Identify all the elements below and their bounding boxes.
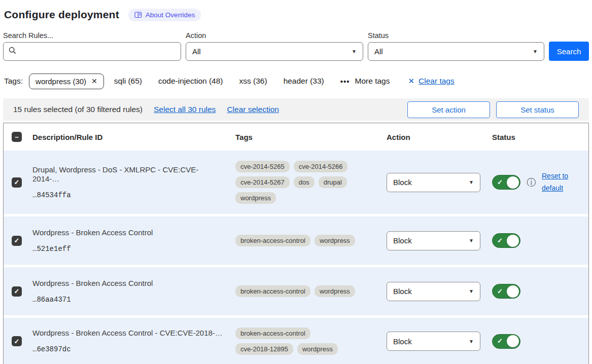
rule-tag: wordpress <box>297 343 338 355</box>
search-icon <box>9 47 16 56</box>
rule-status-toggle[interactable]: ✓ <box>492 334 520 349</box>
rule-action-select[interactable]: Block ▼ <box>387 173 480 192</box>
rule-action-value: Block <box>393 337 412 346</box>
table-row: ✓ Wordpress - Broken Access Control - CV… <box>4 318 588 364</box>
rule-description: Wordpress - Broken Access Control <box>32 228 153 237</box>
rules-table: − Description/Rule ID Tags Action Status… <box>3 123 589 364</box>
table-row: ✓ Wordpress - Broken Access Control …521… <box>4 216 588 265</box>
select-all-checkbox[interactable]: − <box>12 132 22 142</box>
reset-to-default-link[interactable]: Reset to default <box>542 170 573 194</box>
search-rules-label: Search Rules... <box>3 31 181 40</box>
table-header-row: − Description/Rule ID Tags Action Status <box>4 123 588 151</box>
status-filter-value: All <box>374 47 383 56</box>
close-icon: ✕ <box>408 77 414 86</box>
indeterminate-icon: − <box>15 133 19 141</box>
selected-tag-label: wordpress (30) <box>36 77 86 86</box>
chevron-down-icon: ▼ <box>469 339 474 344</box>
row-checkbox[interactable]: ✓ <box>12 336 22 346</box>
rule-tag: cve-2018-12895 <box>235 343 293 355</box>
rule-status-toggle[interactable]: ✓ <box>492 233 520 248</box>
selected-tag-wordpress[interactable]: wordpress (30) ✕ <box>29 74 104 89</box>
more-tags-label: More tags <box>355 77 390 86</box>
rule-tag: broken-access-control <box>235 327 310 339</box>
status-filter-label: Status <box>368 31 544 40</box>
search-rules-box <box>3 42 181 61</box>
check-icon: ✓ <box>497 287 503 295</box>
search-rules-input[interactable] <box>20 47 176 56</box>
clear-tags-label[interactable]: Clear tags <box>419 77 455 86</box>
toggle-knob <box>507 285 519 298</box>
rule-id: …6e3897dc <box>32 345 223 354</box>
rule-description: Wordpress - Broken Access Control - CVE:… <box>32 329 223 338</box>
rule-status-toggle[interactable]: ✓ <box>492 284 520 299</box>
chevron-down-icon: ▼ <box>533 49 538 54</box>
rule-action-value: Block <box>393 287 412 296</box>
rule-id: …521e1eff <box>32 245 153 253</box>
set-action-button[interactable]: Set action <box>407 101 490 118</box>
column-header-status: Status <box>488 133 588 141</box>
check-icon: ✓ <box>14 287 20 295</box>
table-row: ✓ Wordpress - Broken Access Control …86a… <box>4 267 588 315</box>
rule-id: …86aa4371 <box>32 296 153 304</box>
status-filter-select[interactable]: All ▼ <box>368 42 544 61</box>
page-header: Configure deployment About Overrides <box>4 6 589 23</box>
search-button[interactable]: Search <box>549 42 589 61</box>
clear-selection-link[interactable]: Clear selection <box>227 105 279 114</box>
toggle-knob <box>507 235 519 247</box>
tag-list: sqli (65) code-injection (48) xss (36) h… <box>114 77 324 86</box>
row-checkbox[interactable]: ✓ <box>12 236 22 246</box>
about-overrides-badge[interactable]: About Overrides <box>128 9 201 21</box>
rule-description: Drupal, Wordpress - DoS - XMLRPC - CVE:C… <box>32 165 223 184</box>
rule-id: …84534ffa <box>32 191 223 200</box>
rule-action-select[interactable]: Block ▼ <box>387 231 480 250</box>
chevron-down-icon: ▼ <box>469 179 474 185</box>
tag-code-injection[interactable]: code-injection (48) <box>158 77 223 86</box>
tags-bar: Tags: wordpress (30) ✕ sqli (65) code-in… <box>3 72 589 90</box>
check-icon: ✓ <box>14 237 20 244</box>
chevron-down-icon: ▼ <box>352 49 357 54</box>
rule-tag: cve-2014-5265 <box>235 161 290 172</box>
rule-tag: wordpress <box>235 192 276 204</box>
select-all-link[interactable]: Select all 30 rules <box>154 105 216 114</box>
clear-tags-button[interactable]: ✕ Clear tags <box>408 77 454 86</box>
tag-xss[interactable]: xss (36) <box>239 77 267 86</box>
rule-action-select[interactable]: Block ▼ <box>387 332 480 351</box>
selection-bar: 15 rules selected (of 30 filtered rules)… <box>3 98 589 121</box>
column-header-tags: Tags <box>231 133 382 141</box>
action-filter-label: Action <box>186 31 363 40</box>
rule-status-toggle[interactable]: ✓ <box>492 175 520 190</box>
rule-tag: broken-access-control <box>235 235 310 246</box>
chevron-down-icon: ▼ <box>469 238 474 243</box>
ellipsis-icon: ••• <box>340 77 350 86</box>
rule-action-value: Block <box>393 236 412 245</box>
configure-deployment-page: Configure deployment About Overrides Sea… <box>0 0 592 364</box>
tag-header[interactable]: header (33) <box>284 77 324 86</box>
action-filter-value: All <box>192 47 201 56</box>
more-tags-button[interactable]: ••• More tags <box>340 77 390 86</box>
book-icon <box>134 12 142 18</box>
rule-action-select[interactable]: Block ▼ <box>387 282 480 301</box>
tags-label: Tags: <box>4 77 23 86</box>
page-title: Configure deployment <box>4 9 119 21</box>
rule-tag: broken-access-control <box>235 285 310 297</box>
column-header-action: Action <box>382 133 488 141</box>
rule-tag: wordpress <box>315 285 355 297</box>
row-checkbox[interactable]: ✓ <box>12 286 22 297</box>
filters-bar: Search Rules... Action All ▼ Status <box>3 31 589 61</box>
check-icon: ✓ <box>14 338 20 345</box>
check-icon: ✓ <box>497 237 503 244</box>
remove-tag-icon[interactable]: ✕ <box>91 78 97 85</box>
toggle-knob <box>507 176 519 189</box>
info-icon[interactable]: ⓘ <box>527 178 536 187</box>
set-status-button[interactable]: Set status <box>496 101 579 118</box>
rule-tag: wordpress <box>315 235 355 246</box>
check-icon: ✓ <box>497 337 503 345</box>
about-overrides-label: About Overrides <box>146 11 195 19</box>
action-filter-select[interactable]: All ▼ <box>186 42 363 61</box>
rule-tag: dos <box>294 176 315 188</box>
check-icon: ✓ <box>497 178 503 186</box>
rule-tag: cve-2014-5266 <box>294 161 348 172</box>
tag-sqli[interactable]: sqli (65) <box>114 77 142 86</box>
row-checkbox[interactable]: ✓ <box>12 177 22 188</box>
table-row: ✓ Drupal, Wordpress - DoS - XMLRPC - CVE… <box>4 151 588 214</box>
